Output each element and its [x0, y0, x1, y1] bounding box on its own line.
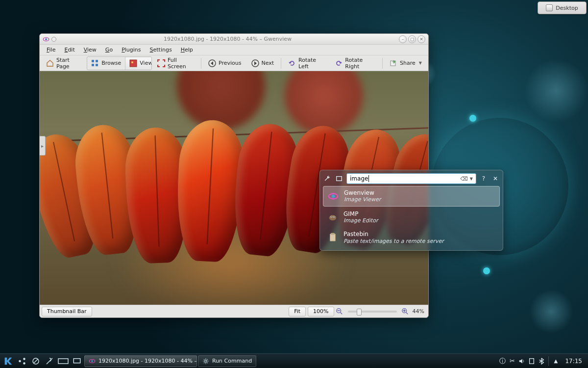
klipper-tray-icon[interactable]: ✂	[508, 357, 516, 366]
tray-expand-icon[interactable]: ▲	[551, 357, 560, 366]
volume-tray-icon[interactable]	[517, 357, 526, 366]
titlebar[interactable]: 1920x1080.jpg - 1920x1080 - 44% – Gwenvi…	[40, 34, 428, 45]
krunner-result-pastebin[interactable]: PastebinPaste text/images to a remote se…	[323, 228, 500, 247]
pin-icon[interactable]	[51, 37, 56, 42]
menu-plugins[interactable]: Plugins	[118, 46, 145, 54]
svg-rect-21	[330, 234, 336, 241]
menubar: File Edit View Go Plugins Settings Help	[40, 45, 428, 55]
fullscreen-button[interactable]: Full Screen	[153, 57, 198, 70]
svg-rect-3	[96, 60, 98, 62]
desktop-toolbox-button[interactable]: Desktop	[538, 1, 587, 14]
tools-icon[interactable]	[43, 355, 56, 368]
krunner-result-gimp[interactable]: GIMPImage Editor	[323, 208, 500, 227]
device-tray-icon[interactable]	[527, 357, 536, 366]
sidebar-handle[interactable]: ▸	[40, 136, 46, 156]
window-title: 1920x1080.jpg - 1920x1080 - 44% – Gwenvi…	[56, 36, 399, 42]
bluetooth-tray-icon[interactable]	[537, 357, 546, 366]
clock[interactable]: 17:15	[561, 358, 586, 365]
zoom-slider[interactable]	[348, 311, 397, 313]
fit-button[interactable]: Fit	[289, 307, 306, 316]
rotate-left-icon	[288, 59, 296, 67]
fullscreen-icon	[157, 59, 165, 67]
menu-edit[interactable]: Edit	[60, 46, 78, 54]
svg-point-25	[23, 362, 25, 365]
home-icon	[46, 59, 54, 67]
zoom-out-icon[interactable]	[336, 308, 343, 315]
clear-icon[interactable]: ⌫	[460, 176, 468, 182]
grid-icon	[91, 59, 99, 67]
svg-point-16	[329, 215, 337, 221]
image-icon	[129, 59, 137, 67]
close-button[interactable]: ✕	[417, 35, 425, 43]
help-icon[interactable]: ?	[479, 174, 488, 183]
app-icon	[43, 36, 49, 43]
view-button[interactable]: View	[125, 57, 152, 70]
menu-go[interactable]: Go	[101, 46, 117, 54]
svg-point-7	[131, 61, 133, 63]
menu-view[interactable]: View	[80, 46, 100, 54]
svg-point-31	[205, 360, 207, 362]
svg-rect-28	[74, 358, 80, 363]
krunner-search-input[interactable]: image ⌫▼	[346, 173, 476, 184]
start-page-button[interactable]: Start Page	[42, 57, 86, 70]
krunner-dialog: image ⌫▼ ? ✕ GwenviewImage Viewer GIMPIm…	[319, 170, 503, 251]
menu-file[interactable]: File	[43, 46, 59, 54]
wrench-icon[interactable]	[323, 174, 332, 183]
share-button[interactable]: Share ▼	[385, 57, 426, 70]
svg-point-1	[45, 38, 47, 40]
svg-rect-22	[331, 233, 334, 235]
taskbar-task-gwenview[interactable]: 1920x1080.jpg - 1920x1080 - 44% – G…	[84, 355, 197, 367]
svg-rect-5	[96, 64, 98, 66]
taskbar: 1920x1080.jpg - 1920x1080 - 44% – G… Run…	[0, 353, 588, 368]
desktop-label: Desktop	[556, 5, 578, 11]
svg-rect-27	[58, 359, 68, 364]
kickoff-launcher[interactable]	[2, 355, 15, 368]
chevron-down-icon[interactable]: ▼	[470, 177, 473, 181]
info-tray-icon[interactable]: ⓘ	[498, 357, 507, 366]
next-icon	[251, 59, 259, 67]
svg-rect-4	[92, 64, 94, 66]
rotate-left-button[interactable]: Rotate Left	[284, 57, 329, 70]
rotate-right-button[interactable]: Rotate Right	[330, 57, 380, 70]
gwenview-icon	[89, 358, 96, 365]
chevron-down-icon: ▼	[419, 61, 422, 65]
pager-icon[interactable]	[57, 355, 70, 368]
rotate-right-icon	[335, 59, 343, 67]
next-button[interactable]: Next	[247, 57, 279, 70]
svg-rect-6	[130, 60, 137, 67]
svg-point-23	[19, 360, 21, 362]
svg-point-20	[334, 216, 335, 217]
svg-rect-32	[530, 358, 534, 364]
minimize-button[interactable]: –	[399, 35, 407, 43]
statusbar: Thumbnail Bar Fit 100% 44%	[40, 305, 428, 317]
share-icon	[390, 59, 397, 67]
previous-button[interactable]: Previous	[204, 57, 246, 70]
gimp-icon	[327, 211, 339, 223]
desktop-icon	[546, 4, 553, 11]
close-icon[interactable]: ✕	[491, 174, 500, 183]
zoom-100-button[interactable]: 100%	[308, 307, 334, 316]
svg-point-19	[331, 216, 332, 217]
krunner-result-gwenview[interactable]: GwenviewImage Viewer	[323, 186, 500, 207]
svg-point-30	[91, 360, 93, 362]
maximize-button[interactable]: ▢	[408, 35, 416, 43]
previous-icon	[208, 59, 216, 67]
activity-manager-icon[interactable]	[16, 355, 28, 368]
taskbar-task-krunner[interactable]: Run Command	[198, 355, 256, 367]
svg-rect-13	[337, 177, 342, 181]
gwenview-icon	[327, 190, 339, 202]
browse-button[interactable]: Browse	[87, 57, 125, 70]
menu-settings[interactable]: Settings	[146, 46, 176, 54]
gear-icon	[202, 358, 209, 365]
zoom-in-icon[interactable]	[402, 308, 409, 315]
zoom-percent: 44%	[413, 308, 424, 315]
notes-icon[interactable]	[29, 355, 42, 368]
svg-point-24	[23, 358, 25, 360]
krunner-results: GwenviewImage Viewer GIMPImage Editor Pa…	[323, 186, 500, 247]
show-desktop-icon[interactable]	[71, 355, 83, 368]
toolbar: Start Page Browse View Full Screen Previ…	[40, 55, 428, 71]
activity-icon[interactable]	[335, 174, 343, 183]
menu-help[interactable]: Help	[177, 46, 197, 54]
thumbnail-bar-button[interactable]: Thumbnail Bar	[42, 307, 92, 316]
svg-point-15	[332, 195, 335, 198]
